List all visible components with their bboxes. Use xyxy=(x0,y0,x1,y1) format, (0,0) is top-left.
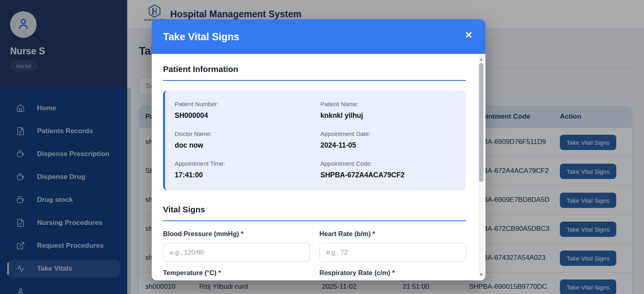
vital-field: Blood Pressure (mmHg) * xyxy=(163,223,310,262)
field-value: SHPBA-672A4ACA79CF2 xyxy=(320,171,456,179)
vital-input-blood-pressure[interactable] xyxy=(163,243,310,262)
patient-info-field: Patient Number:SH000004 xyxy=(175,101,311,120)
vital-signs-section-title: Vital Signs xyxy=(163,205,466,221)
vital-field: Respiratory Rate (c/m) * xyxy=(320,262,466,280)
patient-info-field: Appointment Time:17:41:00 xyxy=(175,160,311,179)
modal-title: Take Vital Signs xyxy=(163,31,239,43)
take-vitals-modal: Take Vital Signs ✕ Patient Information P… xyxy=(152,19,485,280)
vital-field-label: Temperature (°C) * xyxy=(163,269,310,277)
field-label: Patient Number: xyxy=(175,101,311,107)
field-value: 17:41:00 xyxy=(175,171,311,179)
vital-field-label: Heart Rate (b/m) * xyxy=(320,230,466,238)
modal-body: Patient Information Patient Number:SH000… xyxy=(152,54,485,280)
vital-signs-form: Blood Pressure (mmHg) *Heart Rate (b/m) … xyxy=(163,223,466,280)
field-label: Appointment Code: xyxy=(320,160,456,167)
vital-field: Temperature (°C) * xyxy=(163,262,310,280)
patient-info-field: Appointment Code:SHPBA-672A4ACA79CF2 xyxy=(320,160,456,179)
close-icon[interactable]: ✕ xyxy=(465,31,473,40)
field-label: Appointment Time: xyxy=(175,160,311,167)
vital-field-label: Blood Pressure (mmHg) * xyxy=(163,230,310,238)
field-label: Patient Name: xyxy=(320,101,456,107)
modal-scrollbar[interactable]: ▲ ▼ xyxy=(479,57,484,278)
patient-info-field: Patient Name:knknkl yilhuj xyxy=(320,101,456,120)
patient-info-field: Appointment Date:2024-11-05 xyxy=(320,130,456,150)
field-value: knknkl yilhuj xyxy=(320,111,456,120)
vital-field-label: Respiratory Rate (c/m) * xyxy=(320,269,466,277)
vital-field: Heart Rate (b/m) * xyxy=(320,223,466,262)
app-root: Nurse S nurse HomePatients RecordsDispen… xyxy=(0,0,644,294)
scroll-down-icon[interactable]: ▼ xyxy=(479,272,484,278)
vital-input-heart-rate[interactable] xyxy=(320,243,466,262)
field-label: Doctor Name: xyxy=(175,130,311,137)
patient-info-field: Doctor Name:doc now xyxy=(175,130,311,150)
field-value: 2024-11-05 xyxy=(320,141,456,150)
patient-info-box: Patient Number:SH000004Patient Name:knkn… xyxy=(163,90,466,190)
field-label: Appointment Date: xyxy=(320,130,456,137)
field-value: doc now xyxy=(175,141,311,150)
modal-header: Take Vital Signs ✕ xyxy=(152,19,485,54)
scroll-up-icon[interactable]: ▲ xyxy=(479,57,484,62)
patient-info-section-title: Patient Information xyxy=(163,64,466,81)
scrollbar-thumb[interactable] xyxy=(479,63,483,182)
field-value: SH000004 xyxy=(175,111,311,120)
